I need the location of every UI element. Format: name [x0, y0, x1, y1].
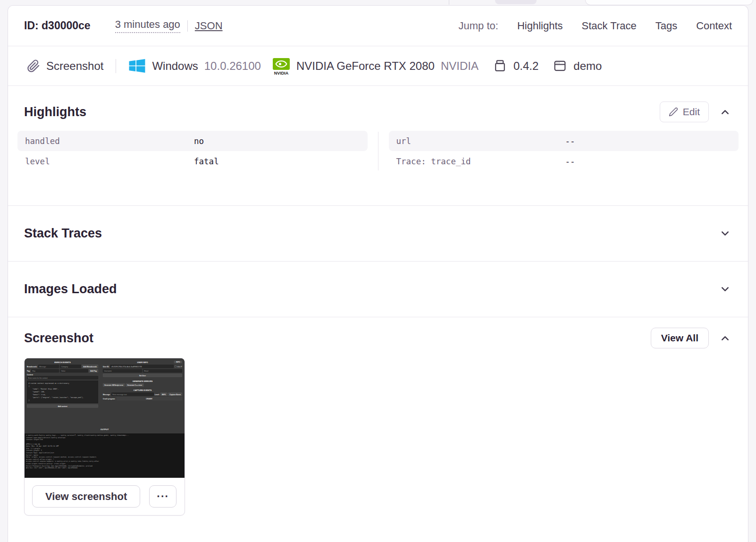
screenshot-actions: View screenshot ···	[25, 478, 185, 515]
thumb-crash-label: Crash program:	[103, 398, 115, 400]
screenshot-more-button[interactable]: ···	[149, 485, 176, 508]
thumb-enrich-title: ENRICH EVENTS	[27, 361, 98, 364]
svg-text:NVIDIA: NVIDIA	[274, 70, 289, 75]
browser-window-icon	[553, 59, 567, 73]
highlight-value: no	[194, 136, 360, 146]
thumb-level-label: Level:	[155, 393, 160, 395]
thumb-log-line: Alt-Svc: h3=":443"; ma=2592000,h3-29=":4…	[26, 467, 183, 469]
gpu-item: NVIDIA NVIDIA GeForce RTX 2080 NVIDIA	[272, 57, 479, 75]
highlights-right-column: url -- Trace: trace_id --	[389, 131, 739, 171]
screenshot-thumbnail[interactable]: ENRICH EVENTS Breadcrumb: Message Catego…	[25, 358, 185, 478]
thumb-capture-event-button: Capture Event	[168, 393, 182, 396]
thumb-info-badge: INFO	[174, 361, 182, 364]
thumb-username-input: Username	[103, 369, 142, 373]
thumb-generate-cpp-button: Generate C++ error	[126, 383, 143, 387]
app-name: demo	[573, 59, 602, 73]
header-divider	[187, 20, 188, 32]
highlights-grid: handled no level fatal url --	[17, 131, 739, 171]
images-loaded-title: Images Loaded	[24, 282, 117, 296]
highlight-key: level	[25, 157, 194, 166]
paperclip-icon	[27, 59, 40, 73]
attachment-label: Screenshot	[46, 59, 103, 73]
os-name: Windows	[152, 59, 198, 73]
event-time-ago[interactable]: 3 minutes ago	[115, 18, 180, 33]
highlight-value: --	[565, 136, 731, 146]
jump-link[interactable]: Tags	[655, 20, 677, 32]
thumb-set-user-button: Set User	[103, 374, 182, 377]
thumb-context-code: # custom context expressed as a dictiona…	[27, 381, 98, 403]
thumb-generate-errors-title: GENERATE ERRORS	[103, 380, 182, 382]
thumb-generate-gdscript-button: Generate GDScript error	[103, 383, 125, 387]
thumb-tag-label: Tag:	[27, 370, 30, 372]
release-item: 0.4.2	[493, 59, 538, 73]
pencil-icon	[669, 107, 678, 117]
jump-to-nav: Jump to: HighlightsStack TraceTagsContex…	[459, 20, 732, 32]
jump-to-label: Jump to:	[459, 20, 498, 32]
thumb-user-id-label: User ID:	[103, 365, 109, 367]
highlight-row: handled no	[17, 131, 368, 151]
thumb-add-breadcrumb-button: Add Breadcrumb	[82, 365, 98, 368]
thumb-user-panel: USER INFO User ID: e9c35f9f-290b-471d-db…	[103, 360, 182, 402]
thumb-infer-ip-checkbox	[175, 365, 176, 367]
images-loaded-expand-button[interactable]	[718, 282, 732, 296]
stack-traces-section: Stack Traces	[8, 206, 748, 261]
release-version: 0.4.2	[513, 59, 538, 73]
screenshot-collapse-button[interactable]	[718, 331, 732, 345]
thumb-add-tag-button: Add Tag	[89, 369, 98, 373]
highlight-row: level fatal	[17, 151, 368, 171]
view-all-button[interactable]: View All	[651, 328, 709, 348]
chevron-down-icon	[719, 283, 731, 295]
highlight-key: url	[396, 136, 565, 146]
event-header: ID: d30000ce 3 minutes ago JSON Jump to:…	[8, 6, 748, 46]
highlights-section: Highlights Edit handled no	[8, 86, 748, 205]
thumb-infer-ip-label: Infer IP	[177, 365, 182, 367]
event-id: ID: d30000ce	[24, 19, 91, 32]
jump-link[interactable]: Context	[696, 20, 732, 32]
highlights-collapse-button[interactable]	[718, 105, 732, 119]
os-version: 10.0.26100	[204, 59, 261, 73]
thumb-tag-value-input: Value	[60, 369, 88, 373]
archive-box-icon	[493, 59, 507, 73]
images-loaded-section: Images Loaded	[8, 262, 748, 317]
highlight-key: handled	[25, 136, 194, 146]
thumb-user-title: USER INFO	[103, 361, 182, 364]
gpu-vendor: NVIDIA	[441, 59, 479, 73]
edit-highlights-button[interactable]: Edit	[660, 102, 709, 122]
highlight-row: url --	[389, 131, 739, 151]
thumb-level-select: INFO	[160, 393, 167, 396]
thumb-message-input: Enter message text	[111, 393, 154, 396]
view-screenshot-button[interactable]: View screenshot	[32, 485, 140, 508]
screenshot-thumbnail-content: ENRICH EVENTS Breadcrumb: Message Catego…	[25, 358, 185, 478]
thumb-output-log: x-sentry-auth:Sentry sentry_key=..., sen…	[25, 433, 185, 478]
thumb-crash-button: CRASH!	[116, 397, 182, 400]
jump-links: HighlightsStack TraceTagsContext	[517, 20, 732, 32]
thumb-code-line: }	[29, 399, 97, 402]
event-context-bar: Screenshot Windows 10.0.26100 NVIDIA NVI…	[8, 46, 748, 86]
thumb-breadcrumb-category-input: Category	[60, 365, 81, 368]
attachment-item[interactable]: Screenshot	[27, 59, 103, 73]
jump-link[interactable]: Highlights	[517, 20, 563, 32]
chevron-up-icon	[719, 106, 731, 118]
jump-link[interactable]: Stack Trace	[582, 20, 637, 32]
json-link[interactable]: JSON	[195, 20, 223, 32]
nvidia-logo-icon: NVIDIA	[272, 57, 290, 75]
cropped-toolbar-pill	[495, 0, 537, 4]
highlight-value: --	[565, 157, 731, 166]
thumb-breadcrumb-message-input: Message	[38, 365, 59, 368]
stack-traces-expand-button[interactable]	[718, 227, 732, 240]
highlight-row: Trace: trace_id --	[389, 151, 739, 171]
cropped-toolbar-card	[585, 0, 753, 5]
cropped-toolbar-divider	[449, 0, 449, 5]
thumb-enrich-panel: ENRICH EVENTS Breadcrumb: Message Catego…	[27, 360, 98, 408]
windows-logo-icon	[128, 57, 146, 75]
screenshot-card: ENRICH EVENTS Breadcrumb: Message Catego…	[24, 358, 185, 516]
edit-label: Edit	[683, 106, 700, 118]
highlight-value: fatal	[194, 157, 360, 166]
highlight-key: Trace: trace_id	[396, 157, 565, 166]
thumb-email-input: Email	[143, 369, 182, 373]
gpu-name: NVIDIA GeForce RTX 2080	[296, 59, 435, 73]
thumb-tag-key-input: Key	[31, 369, 59, 373]
thumb-output-title: OUTPUT	[25, 428, 185, 431]
thumb-add-context-button: Add context	[27, 405, 98, 408]
screenshot-title: Screenshot	[24, 331, 93, 346]
